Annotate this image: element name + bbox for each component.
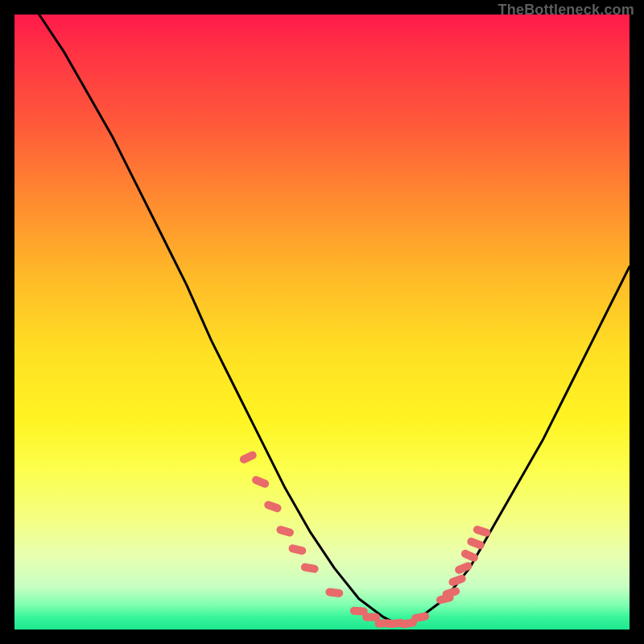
svg-rect-6 [325, 588, 344, 598]
marker-point [411, 612, 430, 623]
marker-point [454, 561, 473, 576]
svg-rect-0 [238, 450, 258, 464]
marker-point [325, 588, 344, 598]
svg-rect-16 [454, 561, 473, 576]
svg-rect-5 [300, 563, 319, 574]
svg-rect-1 [251, 475, 270, 489]
svg-rect-2 [263, 500, 283, 514]
svg-rect-18 [466, 536, 485, 550]
svg-rect-19 [473, 525, 492, 538]
chart-plot-area [14, 14, 630, 630]
marker-point [275, 525, 295, 538]
marker-point [300, 563, 319, 574]
bottleneck-curve [39, 14, 630, 623]
svg-rect-12 [411, 612, 430, 623]
marker-point [466, 536, 485, 550]
chart-stage: TheBottleneck.com [0, 0, 644, 644]
marker-point [251, 475, 270, 489]
marker-point [460, 548, 479, 563]
svg-rect-17 [460, 548, 479, 563]
chart-svg [14, 14, 630, 630]
marker-point [288, 543, 308, 555]
svg-rect-3 [275, 525, 295, 538]
marker-point [473, 525, 492, 538]
marker-point [263, 500, 283, 514]
marker-point [238, 450, 258, 464]
svg-rect-4 [288, 543, 308, 555]
